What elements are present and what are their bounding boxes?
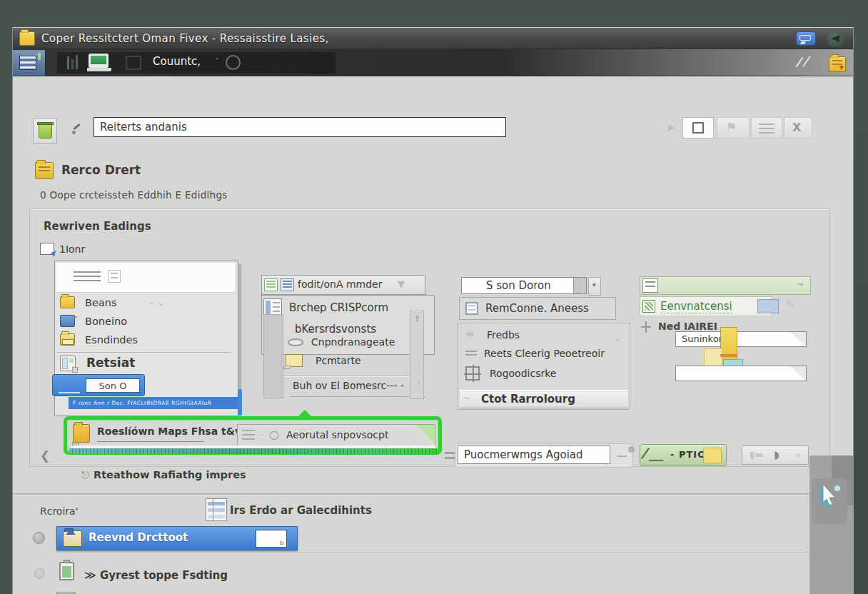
spiral-icon: ♾ xyxy=(465,329,474,340)
mode-item[interactable]: Reets Cleerig Peoetreoir xyxy=(464,346,625,363)
selected-list-row[interactable] xyxy=(56,263,235,293)
text-lines-icon xyxy=(74,271,101,283)
none-checkbox[interactable] xyxy=(40,243,54,255)
list-item-reset[interactable]: Retsiat xyxy=(56,354,235,374)
env-label: Ned IAIREI xyxy=(658,321,717,332)
highlight-label: Roeslíówn Maps Fhsa t&v····· xyxy=(97,426,261,437)
menu-lines-icon xyxy=(645,281,655,290)
yellow-chip xyxy=(703,448,722,463)
mini-lines-icon xyxy=(242,430,255,440)
chevron-down-icon: ▼ xyxy=(398,278,405,289)
app-window: Coper Ressitctert Oman Fivex - Ressaisst… xyxy=(12,27,854,594)
format-combo[interactable]: fodit/onA mmder ▼ xyxy=(261,275,425,295)
env-input-1[interactable]: Suninkor xyxy=(675,331,807,347)
frame-icon[interactable] xyxy=(126,56,141,70)
window-folder-icon xyxy=(19,31,35,46)
equals-glyph-icon xyxy=(445,452,455,459)
status-dot xyxy=(628,446,635,453)
profiles-scrollbar[interactable] xyxy=(238,264,241,416)
refresh-icon[interactable] xyxy=(226,55,241,70)
highlight-combo[interactable]: – ○ Aeorutal snpovsocpt xyxy=(237,424,435,447)
edit-marks-icon[interactable] xyxy=(794,55,819,71)
close-button[interactable]: X xyxy=(784,117,812,139)
folder-icon xyxy=(63,530,82,547)
action-input[interactable] xyxy=(458,446,610,464)
blue-swatch[interactable] xyxy=(757,299,779,313)
remconne-row[interactable]: RemConne. Aneess xyxy=(459,297,616,320)
mode-item[interactable]: ♾ Fredbs ⌄ xyxy=(464,328,625,345)
mode-combo-field[interactable]: S son Doron xyxy=(461,277,587,294)
list-item-beans[interactable]: Beans – ⌄ xyxy=(56,294,235,313)
equalizer-icon[interactable] xyxy=(67,56,69,69)
clipboard-icon xyxy=(59,562,74,580)
dialog-body: ➤ ⚑ X Rerco Drert 0 Oope crcteissteh E xyxy=(13,76,853,594)
action-button[interactable]: - PTIOUN xyxy=(640,444,727,466)
scissors-glyph-icon: ∼ xyxy=(463,392,471,403)
section-subtitle: 0 Oope crcteissteh Eddhih E Edidlhgs xyxy=(40,189,228,201)
stop-button[interactable]: Son O xyxy=(52,374,145,396)
yellow-page-icon xyxy=(286,354,303,367)
cursor-icon xyxy=(817,484,842,513)
desktop: Coper Ressitctert Oman Fivex - Ressaisst… xyxy=(0,0,868,594)
dropdown-arrow-icon: ▾ xyxy=(592,281,596,288)
circle-glyph-icon: ○ xyxy=(269,428,279,441)
checkbox-button[interactable] xyxy=(682,117,714,139)
table-icon xyxy=(206,498,227,521)
stop-button-field[interactable]: Son O xyxy=(86,378,140,393)
up-arrow-icon[interactable]: ⇧ xyxy=(414,314,420,323)
option-row-selected[interactable]: Reevnd Drcttoot ь xyxy=(56,526,298,550)
radio-option-2[interactable] xyxy=(34,568,45,579)
format-row[interactable]: Pcmtarte xyxy=(286,353,428,371)
page-icon xyxy=(108,270,121,283)
window-grid-icon xyxy=(465,366,480,381)
radio-option-1[interactable] xyxy=(33,532,45,544)
format-row[interactable]: Brchep CRISPcorm xyxy=(289,301,388,314)
env-header[interactable]: ⤳ xyxy=(640,276,811,295)
blue-folder-icon xyxy=(60,315,75,327)
combo-dropdown-button[interactable]: ▾ xyxy=(588,277,601,296)
toolbar-folder-icon[interactable] xyxy=(829,56,846,72)
option-row-2[interactable]: ≫ Gyrest toppe Fsdting xyxy=(84,568,263,585)
mode-item-selected[interactable]: ∼ Ctot Rarrolourg xyxy=(460,390,628,408)
format-scrollbar[interactable]: ⇧ ⋮ ⋮ xyxy=(410,311,424,399)
scrollbar-thumb[interactable] xyxy=(238,389,242,416)
env-link-row[interactable]: Eenvnatcensi xyxy=(640,296,772,316)
trash-icon xyxy=(39,124,52,139)
list-button[interactable] xyxy=(751,117,782,139)
trash-button[interactable] xyxy=(33,118,57,144)
back-glyph-icon[interactable]: ➤ xyxy=(666,121,675,134)
window-title: Coper Ressitctert Oman Fivex - Ressaisst… xyxy=(41,28,329,49)
search-input[interactable] xyxy=(94,117,506,137)
slash-glyph-icon xyxy=(641,448,650,459)
progress-ruler xyxy=(69,448,438,454)
option-label: Gyrest toppe Fsdting xyxy=(100,569,228,582)
scrollbar-thumb[interactable] xyxy=(812,478,847,524)
back-arrow-icon[interactable] xyxy=(827,30,844,47)
chevron-icon: ⌄ xyxy=(614,333,621,343)
format-row[interactable]: Cnpndranageate xyxy=(286,334,428,353)
option-value-box[interactable]: ь xyxy=(256,530,287,548)
footer-heading: Irs Erdo ar Galecdihints xyxy=(230,504,372,517)
flag-button[interactable]: ⚑ xyxy=(717,117,750,139)
env-input-2[interactable] xyxy=(675,366,807,381)
green-grid-icon xyxy=(264,278,278,291)
titlebar[interactable]: Coper Ressitctert Oman Fivex - Ressaisst… xyxy=(13,28,853,49)
option-label: Reevnd Drcttoot xyxy=(89,531,188,544)
app-window-icon xyxy=(60,356,76,371)
globe-icon: ◗ xyxy=(774,448,779,461)
list-item-esndindes[interactable]: Esndindes xyxy=(56,331,235,350)
extra-buttons[interactable]: ▮▬ ◗ ◂ xyxy=(742,446,809,465)
scroll-left-arrow[interactable]: ❮ xyxy=(40,448,50,463)
tick-icon: ⤳ xyxy=(796,279,803,289)
toolbar: Couuntc, · xyxy=(13,49,853,76)
list-view-button[interactable] xyxy=(13,50,46,76)
chat-bubble-icon[interactable] xyxy=(796,31,816,46)
format-row[interactable]: Buh ov El Bomesrc--- - – xyxy=(290,378,425,397)
combo-thumb[interactable] xyxy=(573,278,586,293)
comment-icon: ▮▬ xyxy=(750,449,763,460)
note-text: Rteathow Rafiathg impres xyxy=(94,469,246,480)
group-title: Rewriven Eadings xyxy=(44,220,151,233)
list-item-boneino[interactable]: Boneino xyxy=(56,313,235,331)
mode-item[interactable]: Rogoodicsrke xyxy=(464,365,625,383)
monitor-icon[interactable] xyxy=(87,54,111,72)
